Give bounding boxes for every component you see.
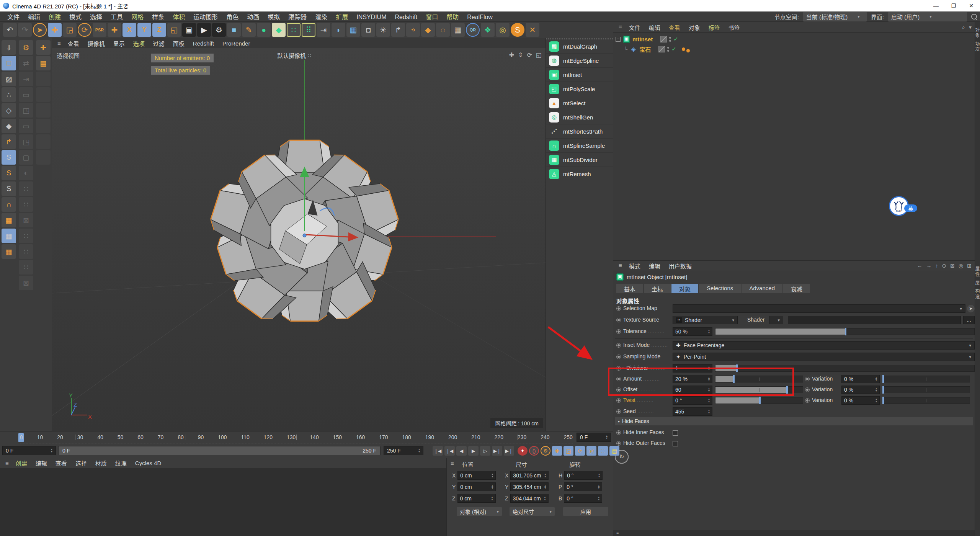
- texture-mode[interactable]: ▨: [2, 72, 16, 86]
- key-circle[interactable]: [616, 343, 621, 348]
- vp-pan-icon[interactable]: ✚: [509, 51, 514, 59]
- goto-start-button[interactable]: ❘◀: [433, 446, 443, 456]
- object-name[interactable]: 宝石: [639, 45, 651, 53]
- rot-b-field[interactable]: 0 °: [564, 494, 602, 503]
- workplane-rotate[interactable]: ▦: [2, 244, 16, 259]
- om-menu-item[interactable]: 书签: [725, 23, 744, 32]
- viewport-menu-item[interactable]: 查看: [64, 39, 83, 48]
- size-z-field[interactable]: 304.044 cm: [510, 494, 549, 503]
- field-falloff[interactable]: ◌: [436, 23, 450, 37]
- menu-item[interactable]: 模拟: [263, 13, 284, 21]
- spline-pen[interactable]: ✎: [242, 23, 256, 37]
- lock-workplane[interactable]: ▦: [2, 229, 16, 243]
- cmd-5[interactable]: ▭: [19, 119, 33, 133]
- menu-item[interactable]: 工具: [106, 13, 127, 21]
- rotate-tool[interactable]: ⟳: [78, 23, 91, 37]
- key-circle[interactable]: [616, 398, 621, 403]
- size-y-field[interactable]: 305.454 cm: [510, 482, 549, 491]
- offset-variation-slider[interactable]: [882, 386, 970, 393]
- plugin-mtshellgen[interactable]: ◎mtShellGen: [546, 110, 613, 124]
- hide-outer-checkbox[interactable]: [673, 441, 678, 446]
- character-object[interactable]: ❖: [481, 23, 495, 37]
- edges-mode[interactable]: ◇: [2, 103, 16, 118]
- key-circle[interactable]: [616, 366, 621, 371]
- axis-mode[interactable]: ↱: [2, 134, 16, 149]
- enable-snap-3[interactable]: S: [2, 181, 16, 196]
- magnet-snap[interactable]: ∩: [2, 197, 16, 212]
- menu-item[interactable]: 窗口: [421, 13, 442, 21]
- redo[interactable]: ↷: [18, 23, 32, 37]
- cmd-15[interactable]: ⊠: [19, 276, 33, 290]
- search-icon[interactable]: [971, 14, 977, 20]
- array-generator[interactable]: ⠿: [302, 23, 315, 37]
- dock-tab[interactable]: 对象: [975, 28, 980, 38]
- enable-check-icon[interactable]: ✓: [673, 36, 678, 42]
- key-position-toggle[interactable]: ✚: [552, 446, 562, 456]
- cmd-2[interactable]: ⇥: [19, 72, 33, 86]
- mat-menu-icon[interactable]: ≡: [3, 459, 11, 467]
- pick-object-button[interactable]: ➤: [967, 305, 975, 312]
- viewport-menu-item[interactable]: 选项: [129, 39, 149, 48]
- rot-h-field[interactable]: 0 °: [564, 471, 603, 480]
- am-tab[interactable]: 基本: [616, 284, 643, 293]
- autokey-button[interactable]: (): [529, 446, 539, 456]
- material-menu-item[interactable]: 创建: [12, 459, 31, 467]
- camera-object[interactable]: ◘: [361, 23, 375, 37]
- am-track-icon[interactable]: ◎: [959, 263, 963, 269]
- menu-item[interactable]: 样条: [148, 13, 168, 21]
- psr-reset[interactable]: ⟲: [406, 23, 420, 37]
- am-tab[interactable]: 坐标: [644, 284, 671, 293]
- move-quick[interactable]: ✚: [36, 40, 51, 55]
- layer-toggle[interactable]: [660, 36, 667, 42]
- key-circle[interactable]: [616, 441, 621, 446]
- size-mode-dropdown[interactable]: 绝对尺寸▾: [510, 507, 555, 516]
- tweak-mode[interactable]: ⚙: [19, 40, 33, 55]
- dock-tab[interactable]: 构造: [975, 289, 980, 299]
- cmd-11[interactable]: ⊠: [19, 213, 33, 227]
- menu-item[interactable]: 渲染: [311, 13, 332, 21]
- shader-dropdown[interactable]: ▾: [769, 316, 783, 324]
- plugin-mtpolyscale[interactable]: ◰mtPolyScale: [546, 82, 613, 96]
- am-menu-item[interactable]: 编辑: [645, 261, 664, 270]
- workplane[interactable]: ▦: [2, 213, 16, 227]
- current-frame-field[interactable]: 0 F: [577, 433, 611, 442]
- render-picture-viewer[interactable]: ▶: [197, 23, 211, 37]
- coord-menu-icon[interactable]: ≡: [451, 460, 454, 467]
- am-tab[interactable]: 对象: [671, 284, 698, 293]
- om-menu-item[interactable]: 编辑: [645, 23, 664, 32]
- am-tab[interactable]: Advanced: [742, 284, 782, 293]
- plugin-mtsplinesample[interactable]: ∩mtSplineSample: [546, 139, 613, 153]
- plugin-mtshortestpath[interactable]: ⋰mtShortestPath: [546, 124, 613, 139]
- cmd-8[interactable]: ◐: [19, 166, 33, 180]
- range-start-field[interactable]: 0 F: [2, 446, 56, 455]
- menu-item[interactable]: Redshift: [390, 13, 421, 21]
- am-menu-icon[interactable]: ≡: [616, 261, 624, 270]
- camera-menu-icon[interactable]: ∷: [308, 53, 311, 58]
- cmd-4[interactable]: ◳: [19, 103, 33, 118]
- viewport-menu-item[interactable]: 面板: [169, 39, 188, 48]
- sampling-mode-dropdown[interactable]: ✦ Per-Point▾: [673, 353, 975, 361]
- viewport-body[interactable]: 透视视图 Number of emitters: 0 Total live pa…: [52, 48, 546, 431]
- object-row-mtinset[interactable]: ▣ mtInset ✓: [616, 34, 678, 44]
- offset-field[interactable]: 60: [673, 386, 712, 394]
- key-rotation-toggle[interactable]: ⟳: [575, 446, 585, 456]
- lock-x-axis[interactable]: X: [122, 23, 136, 37]
- hide-inner-checkbox[interactable]: [673, 430, 678, 436]
- deformer[interactable]: ◆: [421, 23, 435, 37]
- polygons-mode[interactable]: ◆: [2, 119, 16, 133]
- key-circle[interactable]: [805, 377, 810, 381]
- am-menu-item[interactable]: 模式: [625, 261, 644, 270]
- target-tag[interactable]: ◎: [496, 23, 510, 37]
- key-parameter-toggle[interactable]: Ⓟ: [586, 446, 596, 456]
- key-scale-toggle[interactable]: ◲: [564, 446, 573, 456]
- apply-button[interactable]: 应用: [563, 507, 608, 516]
- object-row-gem[interactable]: └ ◈ 宝石 ✓: [624, 44, 690, 54]
- live-selection[interactable]: ➤: [33, 23, 47, 37]
- object-name[interactable]: mtInset: [632, 36, 653, 42]
- menu-item[interactable]: 跟踪器: [284, 13, 311, 21]
- points-mode[interactable]: ∴: [2, 87, 16, 102]
- lock-z-axis[interactable]: Z: [152, 23, 166, 37]
- sketch-and-toon[interactable]: S: [511, 23, 524, 37]
- am-tab[interactable]: Selections: [699, 284, 741, 293]
- play-button[interactable]: ▶: [468, 446, 479, 456]
